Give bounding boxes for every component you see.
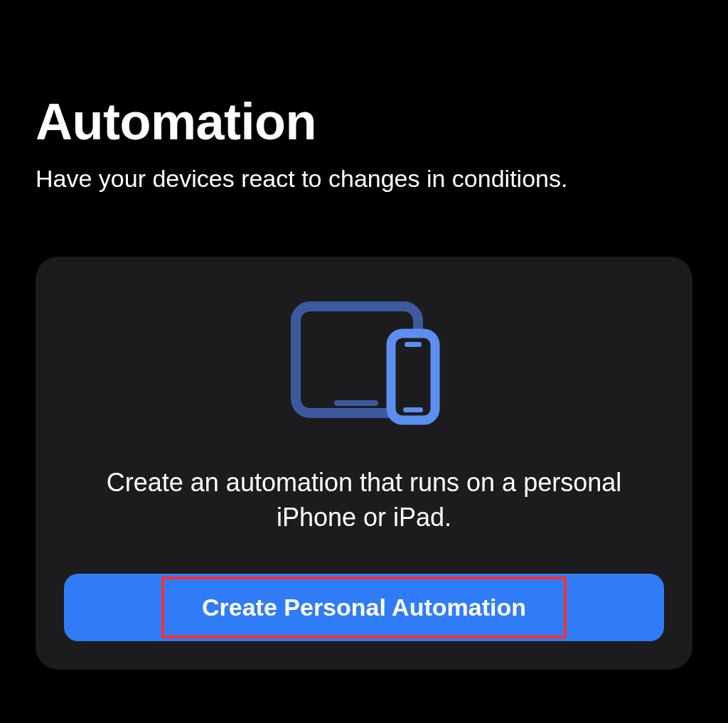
automation-card: Create an automation that runs on a pers… xyxy=(36,257,692,670)
page-title: Automation xyxy=(36,92,692,151)
page-subtitle: Have your devices react to changes in co… xyxy=(36,165,692,193)
devices-icon xyxy=(286,299,442,430)
create-button-label: Create Personal Automation xyxy=(202,594,526,621)
svg-rect-4 xyxy=(403,407,423,412)
card-description: Create an automation that runs on a pers… xyxy=(97,466,631,535)
create-personal-automation-button[interactable]: Create Personal Automation xyxy=(64,574,664,641)
svg-rect-1 xyxy=(334,400,378,406)
svg-rect-3 xyxy=(405,342,422,347)
